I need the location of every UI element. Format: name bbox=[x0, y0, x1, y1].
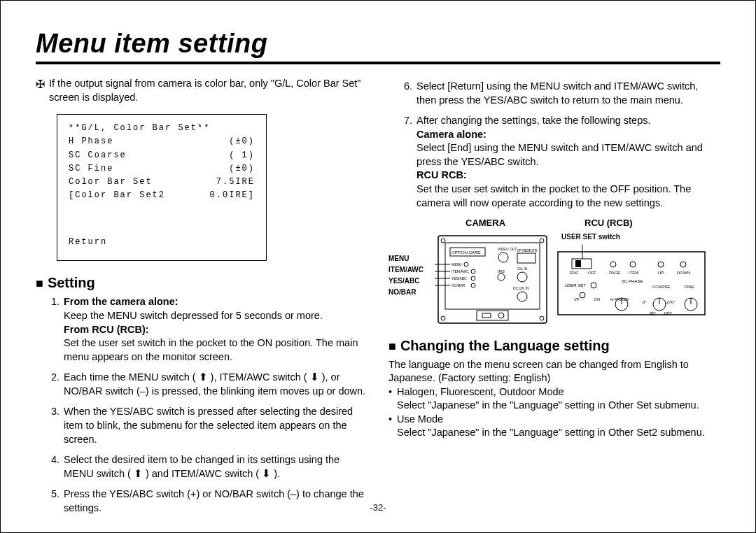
camera-label: CAMERA bbox=[465, 217, 528, 229]
screen-display-box: **G/L, Color Bar Set** H Phase(±0) SC Co… bbox=[57, 114, 267, 261]
screen-row-label: [Color Bar Set2 bbox=[69, 189, 165, 202]
svg-text:USER SET: USER SET bbox=[565, 283, 586, 287]
bullet-icon: • bbox=[388, 413, 397, 440]
note-row: ✠ If the output signal from camera is co… bbox=[36, 77, 368, 104]
svg-text:VIDEO OUT: VIDEO OUT bbox=[498, 247, 517, 251]
svg-text:0°: 0° bbox=[643, 300, 647, 304]
diagram-labels: CAMERA RCU (RCB) bbox=[388, 217, 720, 229]
language-heading: ■Changing the Language setting bbox=[388, 336, 720, 355]
svg-point-48 bbox=[591, 283, 596, 288]
screen-row-value: (±0) bbox=[229, 162, 255, 176]
svg-text:ENC: ENC bbox=[570, 271, 579, 275]
screen-row-value: (±0) bbox=[229, 135, 255, 148]
bullet-title: Halogen, Fluorescent, Outdoor Mode bbox=[397, 386, 564, 397]
bullet-text: Select "Japanese" in the "Language" sett… bbox=[397, 399, 699, 411]
svg-point-15 bbox=[471, 269, 475, 273]
camera-alone-label: From the camera alone: bbox=[64, 296, 178, 307]
camera-alone-text: Keep the MENU switch depressed for 5 sec… bbox=[64, 310, 323, 321]
svg-point-21 bbox=[517, 272, 527, 282]
note-text: If the output signal from camera is colo… bbox=[49, 77, 368, 104]
setting-heading: ■Setting bbox=[36, 273, 368, 292]
svg-point-43 bbox=[610, 262, 616, 267]
bullet-title: Use Mode bbox=[397, 413, 443, 425]
list-item: 6. Select [Return] using the MENU switch… bbox=[404, 80, 720, 107]
camera-diagram-icon: OPTION CARD VIDEO OUT I/F REMOTE MENU IT… bbox=[435, 232, 550, 327]
item-awc-label: ITEM/AWC bbox=[388, 264, 430, 276]
rcu-rcb-text: Set the user set switch in the pocket to… bbox=[416, 183, 691, 208]
userset-label: USER SET switch bbox=[561, 232, 708, 242]
bullet-icon: • bbox=[388, 385, 397, 413]
rcu-label: RCU (RCB) bbox=[584, 217, 633, 229]
svg-text:VF: VF bbox=[574, 297, 580, 301]
svg-rect-26 bbox=[477, 311, 508, 320]
svg-point-5 bbox=[540, 316, 544, 320]
item-text: Select the desired item to be changed in… bbox=[64, 453, 368, 481]
svg-point-3 bbox=[540, 239, 544, 243]
camera-alone-text: Select [End] using the MENU switch and I… bbox=[416, 142, 703, 167]
two-columns: ✠ If the output signal from camera is co… bbox=[36, 77, 720, 522]
bullet-text: Select "Japanese" in the "Language" sett… bbox=[397, 427, 705, 438]
right-column: 6. Select [Return] using the MENU switch… bbox=[388, 77, 720, 522]
svg-point-9 bbox=[498, 253, 508, 262]
camera-alone-label: Camera alone: bbox=[416, 129, 486, 140]
screen-header: **G/L, Color Bar Set** bbox=[69, 122, 255, 135]
switch-labels: MENU ITEM/AWC YES/ABC NO/BAR bbox=[388, 253, 430, 298]
item-number: 1. bbox=[51, 295, 64, 364]
yes-abc-label: YES/ABC bbox=[388, 276, 430, 287]
screen-row-label: SC Fine bbox=[69, 162, 113, 176]
svg-point-13 bbox=[464, 262, 468, 266]
svg-text:ON: ON bbox=[594, 297, 600, 301]
svg-text:COARSE: COARSE bbox=[652, 285, 670, 289]
bullet-item: • Use Mode Select "Japanese" in the "Lan… bbox=[388, 413, 720, 440]
screen-row-label: Color Bar Set bbox=[69, 176, 153, 189]
svg-text:DC12V IN: DC12V IN bbox=[513, 286, 529, 290]
svg-text:ITEM: ITEM bbox=[629, 271, 638, 275]
list-item: 3. When the YES/ABC switch is pressed af… bbox=[51, 405, 368, 446]
item-text: Press the YES/ABC switch (+) or NO/BAR s… bbox=[64, 488, 368, 515]
svg-text:PAGE: PAGE bbox=[609, 271, 620, 275]
svg-text:90°: 90° bbox=[650, 311, 657, 315]
svg-point-28 bbox=[498, 313, 504, 318]
svg-rect-35 bbox=[575, 260, 581, 267]
item-text: When the YES/ABC switch is pressed after… bbox=[64, 405, 368, 446]
screen-row-value: ( 1) bbox=[229, 149, 255, 162]
item-number: 7. bbox=[404, 114, 416, 210]
diagram-row: MENU ITEM/AWC YES/ABC NO/BAR OPTION CARD… bbox=[388, 232, 720, 329]
list-item: 1. From the camera alone: Keep the MENU … bbox=[51, 295, 368, 364]
svg-point-46 bbox=[680, 262, 686, 267]
svg-text:SC PHASE: SC PHASE bbox=[622, 279, 643, 283]
svg-point-17 bbox=[471, 276, 475, 280]
svg-point-2 bbox=[441, 239, 445, 243]
svg-text:G/L IN: G/L IN bbox=[517, 266, 528, 271]
screen-return: Return bbox=[69, 236, 255, 249]
screen-row-label: SC Coarse bbox=[69, 149, 127, 162]
left-column: ✠ If the output signal from camera is co… bbox=[36, 77, 368, 522]
svg-rect-27 bbox=[482, 313, 491, 318]
manual-page: Menu item setting ✠ If the output signal… bbox=[0, 0, 756, 533]
page-title: Menu item setting bbox=[36, 29, 720, 64]
item-number: 2. bbox=[51, 371, 64, 398]
item-number: 5. bbox=[51, 488, 64, 515]
setting-list-continued: 6. Select [Return] using the MENU switch… bbox=[388, 80, 720, 210]
list-item: 5. Press the YES/ABC switch (+) or NO/BA… bbox=[51, 488, 368, 515]
screen-row-label: H Phase bbox=[69, 135, 113, 148]
from-rcu-label: From RCU (RCB): bbox=[64, 324, 149, 335]
item-text: Select [Return] using the MENU switch an… bbox=[416, 80, 720, 107]
square-bullet-icon: ■ bbox=[388, 339, 396, 353]
svg-text:YES/ABC: YES/ABC bbox=[451, 276, 467, 280]
svg-point-44 bbox=[630, 262, 636, 267]
item-number: 6. bbox=[404, 80, 416, 107]
no-bar-label: NO/BAR bbox=[388, 287, 430, 298]
list-item: 7. After changing the settings, take the… bbox=[404, 114, 720, 210]
svg-point-4 bbox=[441, 316, 445, 320]
step7-intro: After changing the settings, take the fo… bbox=[416, 115, 651, 126]
rcu-diagram-wrap: USER SET switch ENC OFF PAGE ITEM UP DOW… bbox=[554, 232, 708, 329]
svg-rect-34 bbox=[572, 259, 592, 269]
from-rcu-text: Set the user set switch in the pocket to… bbox=[64, 337, 358, 362]
maltese-icon: ✠ bbox=[36, 77, 45, 92]
rcu-diagram-icon: ENC OFF PAGE ITEM UP DOWN USER SET SC bbox=[554, 241, 708, 325]
svg-point-25 bbox=[517, 292, 527, 301]
svg-point-55 bbox=[580, 292, 585, 298]
svg-text:MENU: MENU bbox=[451, 262, 462, 266]
svg-text:FINE: FINE bbox=[685, 285, 694, 289]
